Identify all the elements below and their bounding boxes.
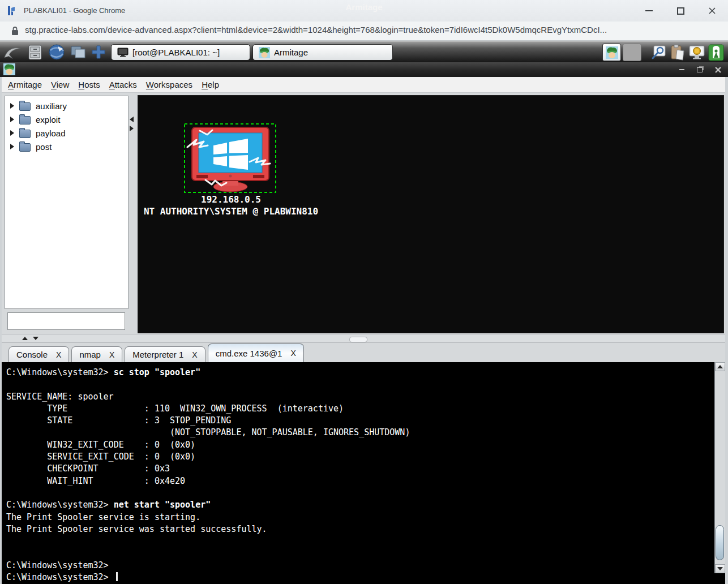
menu-view[interactable]: View <box>51 80 69 89</box>
scroll-down-button[interactable] <box>715 564 725 573</box>
expand-arrow-icon[interactable] <box>10 103 14 109</box>
minimize-icon <box>679 69 684 70</box>
taskbar-button-terminal[interactable]: [root@PLABKALI01: ~] <box>111 44 250 61</box>
vertical-splitter-controls <box>130 117 134 131</box>
tree-item-payload[interactable]: payload <box>5 126 128 140</box>
plus-icon <box>91 44 106 60</box>
collapse-left-icon[interactable] <box>130 117 134 122</box>
tab-label: Console <box>16 350 48 359</box>
menu-hosts[interactable]: Hosts <box>78 80 100 89</box>
menu-help[interactable]: Help <box>202 80 219 89</box>
host-session-label: NT AUTHORITY\SYSTEM @ PLABWIN810 <box>140 205 322 217</box>
menu-workspaces[interactable]: Workspaces <box>146 80 192 89</box>
tree-item-post[interactable]: post <box>5 140 128 153</box>
url-text[interactable]: stg.practice-labs.com/device-advanced.as… <box>25 25 607 35</box>
tab-close-button[interactable]: X <box>56 350 61 359</box>
terminal-icon <box>117 48 129 57</box>
tray-magnifier-button[interactable] <box>649 44 667 61</box>
tree-item-auxiliary[interactable]: auxiliary <box>5 99 128 113</box>
expand-arrow-icon[interactable] <box>10 130 14 136</box>
tray-display-info-button[interactable] <box>687 44 706 61</box>
tab-meterpreter-1[interactable]: Meterpreter 1X <box>125 346 205 362</box>
scrollbar-thumb[interactable] <box>716 525 724 560</box>
magnifier-icon <box>650 45 666 61</box>
tab-label: Meterpreter 1 <box>132 350 183 359</box>
text-cursor <box>116 572 118 581</box>
folder-icon <box>19 116 31 124</box>
tree-item-exploit[interactable]: exploit <box>5 113 128 126</box>
arrow-up-icon <box>717 365 723 368</box>
terminal-scrollbar[interactable] <box>714 362 725 573</box>
armitage-close-button[interactable] <box>713 65 722 74</box>
tray-armitage-button[interactable] <box>602 44 621 61</box>
armitage-icon <box>606 46 618 59</box>
folder-icon <box>19 130 31 138</box>
tray-logout-button[interactable] <box>706 44 725 61</box>
splitter-grip[interactable] <box>349 337 367 342</box>
tab-close-button[interactable]: X <box>192 350 197 359</box>
folder-icon <box>19 143 31 152</box>
tree-item-label: payload <box>36 128 66 138</box>
collapse-down-icon[interactable] <box>33 337 38 340</box>
tab-close-button[interactable]: X <box>290 349 296 358</box>
collapse-up-icon[interactable] <box>22 337 28 340</box>
tree-item-label: auxiliary <box>36 101 67 111</box>
terminal-line: The Print Spooler service was started su… <box>6 523 725 535</box>
tab-close-button[interactable]: X <box>109 350 114 359</box>
tab-nmap[interactable]: nmapX <box>71 346 122 362</box>
tab-cmd-exe-1436-1[interactable]: cmd.exe 1436@1X <box>208 343 304 362</box>
tab-console[interactable]: ConsoleX <box>8 346 69 362</box>
terminal-line: The Print Spooler service is starting. <box>6 512 725 523</box>
terminal-line: C:\Windows\system32> sc stop "spooler" <box>6 367 725 379</box>
menu-armitage[interactable]: Armitage <box>8 80 42 89</box>
remote-desktop-screen: PLABKALI01 - Google Chrome stg.practice-… <box>0 0 728 584</box>
armitage-window-title: Armitage <box>0 2 728 12</box>
restore-icon <box>697 67 703 72</box>
tab-label: nmap <box>79 350 101 359</box>
tab-label: cmd.exe 1436@1 <box>216 349 282 358</box>
window-frame-right <box>725 77 728 584</box>
kali-logo-icon <box>3 45 22 59</box>
tray-clipboard-button[interactable] <box>668 44 687 61</box>
file-cabinet-icon <box>28 45 42 60</box>
horizontal-splitter[interactable] <box>2 334 725 343</box>
scroll-up-button[interactable] <box>715 362 725 371</box>
web-browser-button[interactable] <box>48 44 66 61</box>
workspace-switcher-button[interactable] <box>69 44 87 61</box>
terminal-line <box>6 535 725 547</box>
module-search-input[interactable] <box>7 312 125 330</box>
tree-item-label: post <box>36 142 52 152</box>
terminal-line: CHECKPOINT : 0x3 <box>6 463 725 475</box>
close-icon <box>715 67 721 73</box>
module-tree-panel: auxiliaryexploitpayloadpost <box>5 96 129 309</box>
chrome-address-bar[interactable]: stg.practice-labs.com/device-advanced.as… <box>0 22 728 41</box>
expand-arrow-icon[interactable] <box>10 144 14 149</box>
targets-graph-panel[interactable]: 192.168.0.5 NT AUTHORITY\SYSTEM @ PLABWI… <box>138 95 724 333</box>
terminal-line: (NOT_STOPPABLE, NOT_PAUSABLE, IGNORES_SH… <box>6 427 725 439</box>
menu-attacks[interactable]: Attacks <box>109 80 137 89</box>
armitage-minimize-button[interactable] <box>677 65 686 74</box>
terminal-line: SERVICE_NAME: spooler <box>6 391 725 403</box>
taskbar-button-armitage[interactable]: Armitage <box>252 44 393 61</box>
terminal-line: C:\Windows\system32> <box>6 560 725 572</box>
armitage-icon <box>259 47 270 58</box>
lock-icon[interactable] <box>11 26 19 36</box>
add-workspace-button[interactable] <box>89 44 108 61</box>
armitage-titlebar[interactable] <box>0 62 728 77</box>
terminal-line: SERVICE_EXIT_CODE : 0 (0x0) <box>6 451 725 463</box>
file-manager-button[interactable] <box>26 44 44 61</box>
exit-icon <box>708 44 724 61</box>
terminal-line: STATE : 3 STOP_PENDING <box>6 415 725 427</box>
armitage-restore-button[interactable] <box>695 65 704 74</box>
compromised-host-icon[interactable] <box>184 123 277 194</box>
host-labels: 192.168.0.5 NT AUTHORITY\SYSTEM @ PLABWI… <box>140 194 322 217</box>
tray-empty-slot <box>623 44 641 61</box>
arrow-down-icon <box>717 567 723 570</box>
armitage-menubar: ArmitageViewHostsAttacksWorkspacesHelp <box>0 77 728 93</box>
monitor-badge-icon <box>688 45 705 61</box>
expand-right-icon[interactable] <box>130 126 134 131</box>
expand-arrow-icon[interactable] <box>10 117 14 122</box>
terminal-line <box>6 547 725 559</box>
cmd-terminal[interactable]: C:\Windows\system32> sc stop "spooler" S… <box>2 362 725 584</box>
kali-menu-button[interactable] <box>3 44 22 61</box>
